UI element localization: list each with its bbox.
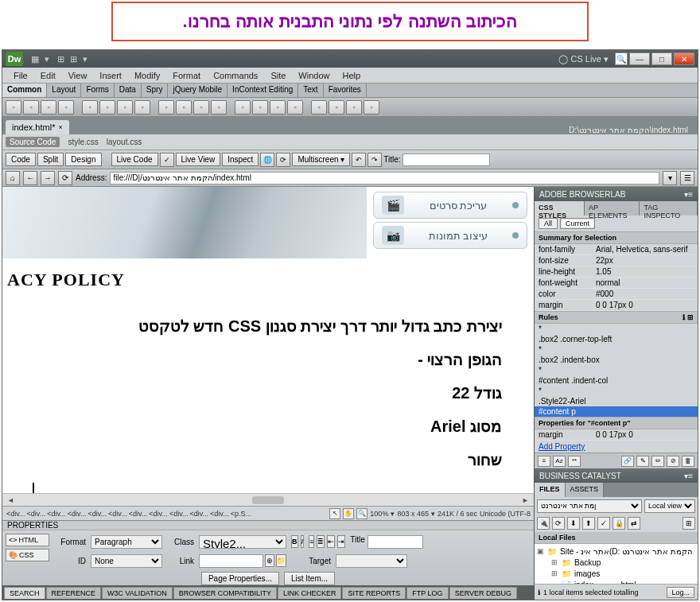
minimize-button[interactable]: — (629, 52, 650, 65)
css-prop-value[interactable]: 0 0 17px 0 (592, 429, 698, 441)
business-catalyst-header[interactable]: BUSINESS CATALYST▾≡ (535, 468, 698, 483)
sync-icon[interactable]: ⇄ (628, 517, 640, 530)
class-select[interactable]: Style2... (199, 535, 286, 549)
insert-tool-icon[interactable]: ▫ (6, 100, 21, 115)
zoom-tool-icon[interactable]: 🔍 (356, 508, 368, 519)
zoom-value[interactable]: 100% (370, 510, 388, 518)
css-rule-row[interactable]: * (535, 324, 698, 334)
point-to-file-icon[interactable]: ⊕ (265, 554, 274, 567)
css-prop-name[interactable]: margin (535, 300, 592, 311)
refresh-icon[interactable]: ⟳ (276, 153, 290, 167)
insert-tool-icon[interactable]: ▫ (270, 100, 286, 115)
title-input[interactable] (368, 535, 423, 549)
address-input[interactable] (110, 172, 659, 184)
css-prop-value[interactable]: #000 (592, 289, 698, 300)
tag-crumb[interactable]: <div... (148, 510, 169, 518)
insert-tab-layout[interactable]: Layout (47, 84, 81, 97)
inspect-button[interactable]: Inspect (222, 153, 259, 166)
nav-fwd-icon[interactable]: ↷ (368, 153, 382, 167)
nav-button[interactable]: עיצוב תמונות📷 (373, 222, 527, 249)
insert-tool-icon[interactable]: ▫ (311, 100, 327, 115)
results-tab[interactable]: W3C VALIDATION (102, 587, 173, 599)
css-prop-name[interactable]: margin (535, 429, 592, 441)
insert-tool-icon[interactable]: ▫ (58, 100, 74, 115)
browse-icon[interactable]: ▾ (663, 171, 677, 185)
tag-breadcrumb[interactable]: <div...<div...<div...<div...<div...<div.… (6, 510, 329, 518)
tag-crumb[interactable]: <p.S... (230, 510, 252, 518)
related-file[interactable]: layout.css (107, 138, 142, 146)
horizontal-scrollbar[interactable]: ◄► (2, 493, 534, 506)
css-prop-name[interactable]: font-weight (535, 278, 592, 289)
tag-crumb[interactable]: <div... (26, 510, 47, 518)
css-panel-tab[interactable]: AP ELEMENTS (585, 201, 640, 216)
menu-commands[interactable]: Commands (207, 69, 264, 82)
page-properties-button[interactable]: Page Properties... (201, 572, 279, 585)
css-prop-value[interactable]: 1.05 (592, 266, 698, 278)
insert-tool-icon[interactable]: ▫ (346, 100, 362, 115)
show-set-icon[interactable]: ** (568, 456, 581, 467)
bold-button[interactable]: B (291, 535, 298, 548)
results-tab[interactable]: SEARCH (4, 587, 45, 599)
delete-rule-icon[interactable]: 🗑 (682, 456, 694, 467)
insert-tab-forms[interactable]: Forms (81, 84, 114, 97)
italic-button[interactable]: I (301, 535, 305, 548)
css-rule-row[interactable]: * (535, 365, 698, 375)
source-code-button[interactable]: Source Code (6, 137, 60, 147)
insert-tool-icon[interactable]: ▫ (287, 100, 303, 115)
preview-icon[interactable]: 🌐 (260, 153, 274, 167)
link-input[interactable] (199, 554, 263, 568)
tag-crumb[interactable]: <div... (107, 510, 128, 518)
tag-crumb[interactable]: <div... (209, 510, 230, 518)
results-tab[interactable]: LINK CHECKER (278, 587, 342, 599)
tag-crumb[interactable]: <div... (6, 510, 26, 518)
css-panel-tab[interactable]: TAG INSPECTO (640, 201, 698, 216)
checkin-icon[interactable]: 🔒 (612, 517, 625, 530)
nav-back-icon[interactable]: ↶ (352, 153, 366, 167)
back-icon[interactable]: ← (23, 171, 37, 185)
close-tab-icon[interactable]: × (58, 123, 62, 131)
css-prop-value[interactable]: 0 0 17px 0 (592, 300, 698, 311)
css-rule-row[interactable]: #content .indent-col (535, 375, 698, 386)
content-line[interactable]: הגופן הרצוי - (10, 344, 502, 375)
tag-crumb[interactable]: <div... (189, 510, 209, 518)
menu-format[interactable]: Format (166, 69, 207, 82)
title-input[interactable] (402, 153, 490, 166)
expand-icon[interactable]: ⊞ (682, 517, 695, 530)
css-rule-row[interactable]: #content p (535, 406, 698, 417)
rules-info-icon[interactable]: ℹ ⊞ (682, 313, 694, 321)
css-prop-value[interactable]: normal (592, 278, 698, 289)
css-prop-name[interactable]: font-size (535, 255, 592, 266)
target-select[interactable] (336, 554, 407, 568)
browserlab-panel-header[interactable]: ADOBE BROWSERLAB▾≡ (535, 187, 698, 201)
css-prop-value[interactable]: Arial, Helvetica, sans-serif (592, 244, 698, 255)
checkpage-icon[interactable]: ✓ (160, 153, 174, 167)
checkout-icon[interactable]: ✓ (597, 517, 610, 530)
insert-tool-icon[interactable]: ▫ (99, 100, 115, 115)
content-block[interactable]: יצירת כתב גדול יותר דרך יצירת סגנון CSS … (2, 295, 534, 493)
cslive-button[interactable]: ◯CS Live▾ (558, 54, 609, 64)
content-line[interactable]: שחור (10, 445, 502, 475)
results-tab[interactable]: SITE REPORTS (342, 587, 406, 599)
layout-chooser-icon[interactable]: ▦ ▾ (31, 54, 51, 64)
connect-icon[interactable]: 🔌 (537, 517, 550, 530)
results-tab[interactable]: FTP LOG (406, 587, 448, 599)
properties-html-mode[interactable]: <> HTML (6, 534, 49, 546)
tree-item[interactable]: ⊞📁Backup (536, 557, 696, 568)
results-tab[interactable]: SERVER DEBUG (449, 587, 517, 599)
css-mode-current[interactable]: Current (560, 218, 595, 229)
menu-site[interactable]: Site (264, 69, 292, 82)
panel-menu-icon[interactable]: ▾≡ (684, 190, 693, 199)
panel-menu-icon[interactable]: ▾≡ (684, 472, 693, 480)
design-view-button[interactable]: Design (65, 153, 101, 166)
live-view-button[interactable]: Live View (176, 153, 221, 166)
log-button[interactable]: Log... (667, 587, 694, 598)
multiscreen-button[interactable]: Multiscreen ▾ (292, 153, 350, 166)
ol-button[interactable]: ≣ (317, 535, 325, 548)
nav-button[interactable]: עריכת סרטים🎬 (373, 192, 527, 219)
properties-css-mode[interactable]: 🎨 CSS (6, 549, 49, 561)
list-item-button[interactable]: List Item... (284, 572, 335, 585)
edit-rule-icon[interactable]: ✏ (651, 456, 664, 467)
insert-tool-icon[interactable]: ▫ (82, 100, 98, 115)
files-tree[interactable]: ▣📁Site - אתר אינ(D: הקמת אתר אינטרנט⊞📁Ba… (535, 544, 698, 584)
insert-tool-icon[interactable]: ▫ (158, 100, 174, 115)
